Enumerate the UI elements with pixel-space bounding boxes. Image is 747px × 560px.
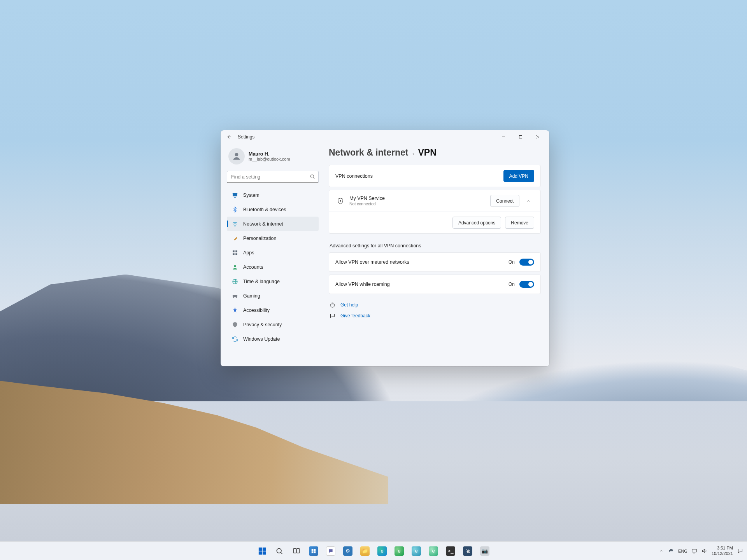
roaming-toggle[interactable]	[519, 281, 534, 288]
notifications-tray-icon[interactable]	[737, 548, 743, 554]
sidebar-item-label: Network & internet	[243, 221, 283, 227]
svg-rect-15	[259, 547, 262, 550]
collapse-button[interactable]	[523, 195, 534, 207]
system-tray: ENG 3:51 PM 10/12/2021	[658, 546, 743, 556]
tray-time: 3:51 PM	[712, 546, 733, 551]
taskbar-app-edge-beta[interactable]: e	[391, 543, 407, 559]
give-feedback-link[interactable]: Give feedback	[340, 313, 370, 318]
svg-rect-18	[263, 551, 266, 554]
taskbar-search-button[interactable]	[272, 543, 287, 559]
svg-rect-8	[233, 253, 235, 255]
sidebar-item-label: Bluetooth & devices	[243, 207, 286, 212]
accessibility-icon	[231, 307, 238, 313]
sidebar-item-label: Gaming	[243, 293, 260, 299]
sidebar-item-apps[interactable]: Apps	[227, 245, 319, 260]
volume-tray-icon[interactable]	[701, 548, 708, 554]
metered-toggle[interactable]	[519, 259, 534, 266]
sidebar-item-label: System	[243, 192, 260, 198]
tray-language[interactable]: ENG	[678, 549, 687, 553]
roaming-toggle-card: Allow VPN while roaming On	[329, 275, 541, 294]
profile-email: m__lab@outlook.com	[249, 157, 290, 161]
vpn-shield-icon	[335, 198, 345, 205]
svg-rect-26	[692, 549, 696, 552]
globe-clock-icon	[231, 278, 238, 285]
sidebar-item-bluetooth-devices[interactable]: Bluetooth & devices	[227, 202, 319, 217]
svg-rect-1	[519, 136, 522, 138]
wifi-icon	[231, 221, 238, 227]
maximize-button[interactable]	[512, 131, 529, 143]
taskbar-clock[interactable]: 3:51 PM 10/12/2021	[712, 546, 733, 556]
sidebar-item-system[interactable]: System	[227, 188, 319, 202]
connect-button[interactable]: Connect	[490, 195, 519, 207]
sidebar-item-accounts[interactable]: Accounts	[227, 260, 319, 274]
vpn-connections-label: VPN connections	[335, 173, 373, 179]
sidebar-item-windows-update[interactable]: Windows Update	[227, 332, 319, 346]
onedrive-icon[interactable]	[668, 548, 674, 554]
task-view-button[interactable]	[289, 543, 304, 559]
tray-overflow-icon[interactable]	[658, 548, 664, 554]
svg-rect-25	[314, 551, 316, 553]
svg-rect-16	[263, 547, 266, 550]
window-title: Settings	[238, 134, 254, 140]
search-input[interactable]	[227, 171, 319, 183]
taskbar-center: ⚙ 📁 e e e e >_ 🛍 📷	[254, 543, 493, 559]
taskbar-app-settings[interactable]: ⚙	[340, 543, 356, 559]
svg-point-13	[340, 200, 341, 201]
svg-rect-4	[233, 193, 237, 196]
sidebar-item-network-internet[interactable]: Network & internet	[227, 217, 319, 231]
sidebar-item-label: Privacy & security	[243, 322, 282, 327]
sidebar: Mauro H. m__lab@outlook.com SystemBlueto…	[221, 144, 325, 366]
svg-rect-6	[233, 250, 235, 252]
sidebar-item-label: Accounts	[243, 264, 263, 270]
taskbar-app-explorer[interactable]: 📁	[357, 543, 373, 559]
taskbar-app-edge-canary[interactable]: e	[426, 543, 441, 559]
svg-point-5	[235, 226, 235, 226]
taskbar-app-edge[interactable]: e	[374, 543, 390, 559]
shield-icon	[231, 322, 238, 328]
minimize-button[interactable]	[495, 131, 512, 143]
get-help-link[interactable]: Get help	[340, 302, 358, 308]
breadcrumb: Network & internet › VPN	[329, 147, 541, 158]
svg-rect-20	[294, 548, 296, 553]
vpn-item-actions: Advanced options Remove	[329, 212, 540, 233]
svg-rect-23	[314, 549, 316, 551]
sidebar-item-gaming[interactable]: Gaming	[227, 289, 319, 303]
chat-button[interactable]	[323, 543, 338, 559]
svg-rect-21	[297, 548, 300, 553]
taskbar-app-camera[interactable]: 📷	[477, 543, 493, 559]
remove-vpn-button[interactable]: Remove	[505, 217, 534, 229]
svg-rect-9	[235, 253, 237, 255]
taskbar-app-edge-dev[interactable]: e	[409, 543, 424, 559]
network-tray-icon[interactable]	[691, 548, 698, 554]
taskbar-app-terminal[interactable]: >_	[443, 543, 458, 559]
sidebar-item-time-language[interactable]: Time & language	[227, 274, 319, 289]
widgets-button[interactable]	[306, 543, 321, 559]
vpn-item-status: Not connected	[349, 201, 385, 206]
vpn-item-row[interactable]: My VPN Service Not connected Connect	[329, 190, 540, 212]
monitor-icon	[231, 192, 238, 198]
advanced-options-button[interactable]: Advanced options	[452, 217, 501, 229]
svg-rect-22	[312, 549, 314, 551]
sidebar-item-label: Personalization	[243, 236, 276, 241]
help-icon	[329, 302, 336, 308]
sidebar-item-privacy-security[interactable]: Privacy & security	[227, 317, 319, 332]
back-button[interactable]	[224, 131, 235, 143]
breadcrumb-parent[interactable]: Network & internet	[329, 147, 408, 158]
bluetooth-icon	[231, 206, 238, 213]
taskbar-app-store[interactable]: 🛍	[460, 543, 475, 559]
sidebar-item-label: Accessibility	[243, 308, 270, 313]
profile-block[interactable]: Mauro H. m__lab@outlook.com	[227, 145, 319, 170]
sidebar-item-label: Time & language	[243, 279, 280, 284]
help-links: Get help Give feedback	[329, 299, 541, 321]
profile-name: Mauro H.	[249, 151, 290, 157]
close-button[interactable]	[529, 131, 546, 143]
vpn-item-card: My VPN Service Not connected Connect Adv…	[329, 190, 541, 234]
start-button[interactable]	[254, 543, 270, 559]
sidebar-item-personalization[interactable]: Personalization	[227, 231, 319, 245]
vpn-connections-card: VPN connections Add VPN	[329, 165, 541, 187]
search-field[interactable]	[227, 171, 319, 183]
nav-list: SystemBluetooth & devicesNetwork & inter…	[227, 188, 319, 346]
add-vpn-button[interactable]: Add VPN	[503, 170, 534, 182]
sidebar-item-accessibility[interactable]: Accessibility	[227, 303, 319, 317]
vpn-item-name: My VPN Service	[349, 196, 385, 201]
